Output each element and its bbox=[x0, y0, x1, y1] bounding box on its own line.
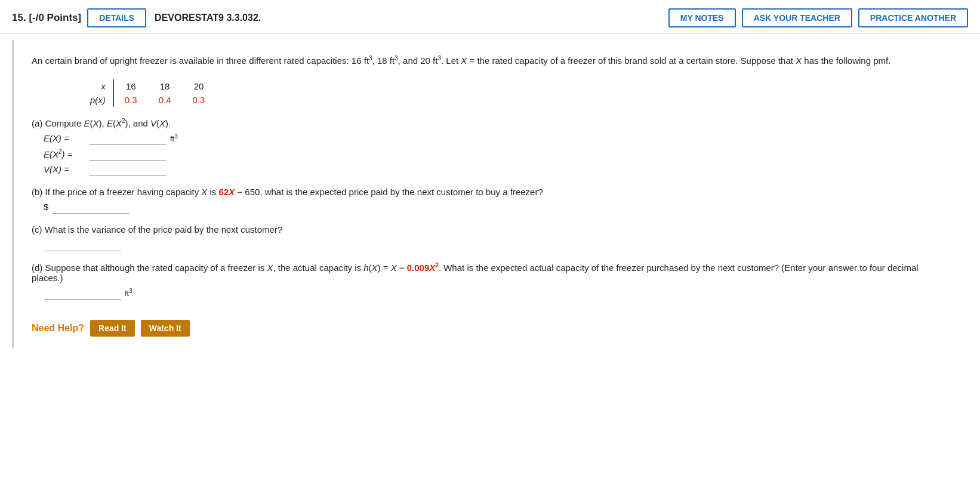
actual-cap-unit: ft3 bbox=[125, 288, 132, 298]
part-a-label: (a) Compute E(X), E(X2), and V(X). bbox=[32, 118, 950, 128]
x-val-16: 16 bbox=[113, 79, 148, 93]
price-row: $ bbox=[44, 201, 950, 214]
px-val-04: 0.4 bbox=[148, 93, 182, 107]
px-label: p(x) bbox=[79, 93, 113, 107]
ex-label: E(X) = bbox=[44, 133, 85, 143]
problem-intro: An certain brand of upright freezer is a… bbox=[32, 53, 950, 69]
need-help-label: Need Help? bbox=[32, 323, 84, 334]
actual-cap-row: ft3 bbox=[44, 286, 950, 300]
x-val-20: 20 bbox=[182, 79, 216, 93]
details-button[interactable]: DETAILS bbox=[87, 8, 146, 27]
read-it-button[interactable]: Read It bbox=[90, 320, 135, 337]
need-help-section: Need Help? Read It Watch It bbox=[32, 314, 950, 337]
vx-row: V(X) = bbox=[44, 163, 950, 176]
problem-header: 15. [-/0 Points] DETAILS DEVORESTAT9 3.3… bbox=[0, 0, 980, 34]
variance-row bbox=[44, 238, 950, 251]
ex-input[interactable] bbox=[89, 132, 167, 145]
ex-unit: ft3 bbox=[170, 133, 178, 143]
problem-code: DEVORESTAT9 3.3.032. bbox=[155, 13, 261, 23]
part-d-label: (d) Suppose that although the rated capa… bbox=[32, 262, 950, 283]
part-c: (c) What is the variance of the price pa… bbox=[32, 224, 950, 251]
watch-it-button[interactable]: Watch It bbox=[141, 320, 190, 337]
x-label: x bbox=[79, 79, 113, 93]
price-input[interactable] bbox=[52, 201, 130, 214]
problem-points: [-/0 Points] bbox=[29, 12, 81, 23]
dollar-label: $ bbox=[44, 202, 48, 212]
my-notes-button[interactable]: MY NOTES bbox=[668, 8, 736, 27]
ex-row: E(X) = ft3 bbox=[44, 132, 950, 145]
vx-label: V(X) = bbox=[44, 164, 85, 174]
problem-content: An certain brand of upright freezer is a… bbox=[12, 40, 968, 349]
problem-number: 15. [-/0 Points] bbox=[12, 12, 81, 24]
ex2-input[interactable] bbox=[89, 147, 167, 161]
pmf-table: x 16 18 20 p(x) 0.3 0.4 0.3 bbox=[79, 79, 215, 107]
problem-num-text: 15. bbox=[12, 12, 26, 23]
part-b: (b) If the price of a freezer having cap… bbox=[32, 187, 950, 214]
x-val-18: 18 bbox=[148, 79, 182, 93]
practice-another-button[interactable]: PRACTICE ANOTHER bbox=[858, 8, 968, 27]
part-a: (a) Compute E(X), E(X2), and V(X). E(X) … bbox=[32, 118, 950, 176]
px-val-03a: 0.3 bbox=[113, 93, 148, 107]
ex2-label: E(X2) = bbox=[44, 149, 85, 159]
actual-cap-input[interactable] bbox=[44, 286, 121, 300]
ask-teacher-button[interactable]: ASK YOUR TEACHER bbox=[742, 8, 852, 27]
ex2-row: E(X2) = bbox=[44, 147, 950, 161]
header-left: 15. [-/0 Points] DETAILS DEVORESTAT9 3.3… bbox=[12, 8, 662, 27]
px-val-03b: 0.3 bbox=[182, 93, 216, 107]
header-right: MY NOTES ASK YOUR TEACHER PRACTICE ANOTH… bbox=[668, 8, 968, 27]
part-b-label: (b) If the price of a freezer having cap… bbox=[32, 187, 950, 197]
part-c-label: (c) What is the variance of the price pa… bbox=[32, 224, 950, 235]
variance-input[interactable] bbox=[44, 238, 121, 251]
part-d: (d) Suppose that although the rated capa… bbox=[32, 262, 950, 300]
vx-input[interactable] bbox=[89, 163, 167, 176]
